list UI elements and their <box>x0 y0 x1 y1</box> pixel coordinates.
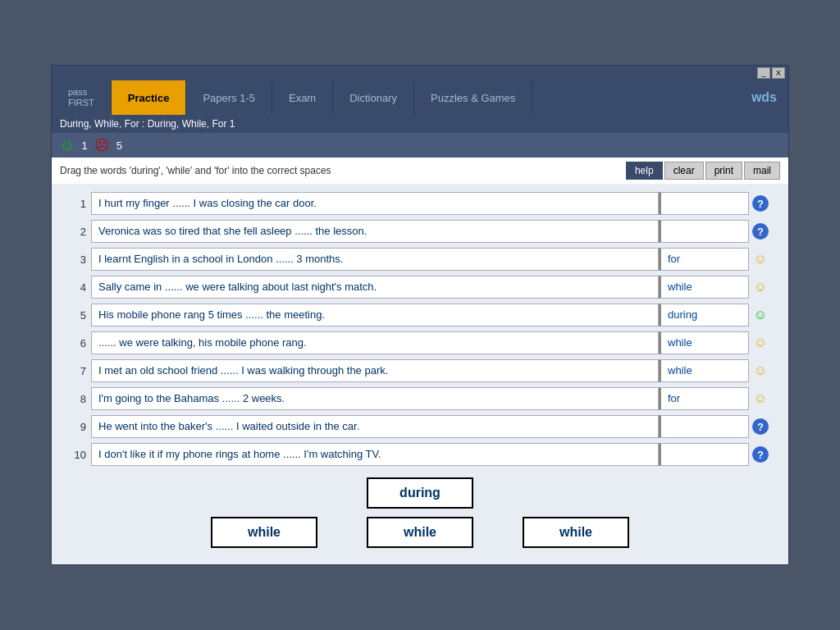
status-icon: ☺ <box>749 280 772 294</box>
score-bar: ☺ 1 ☹ 5 <box>52 133 788 158</box>
minimize-button[interactable]: _ <box>757 67 770 79</box>
sentence-text: Sally came in ...... we were talking abo… <box>91 276 659 299</box>
logo: wds <box>740 80 788 115</box>
drop-zone[interactable]: while <box>659 276 749 299</box>
status-icon: ☺ <box>749 308 772 322</box>
drop-zone[interactable]: for <box>659 248 749 271</box>
exercise-area: 1I hurt my finger ...... I was closing t… <box>52 184 788 564</box>
sentence-text: Veronica was so tired that she fell asle… <box>91 220 659 243</box>
nav-puzzles[interactable]: Puzzles & Games <box>414 80 532 115</box>
mail-button[interactable]: mail <box>744 162 780 180</box>
status-icon: ? <box>749 446 772 463</box>
row-number: 10 <box>68 449 91 461</box>
correct-score: 1 <box>81 139 87 152</box>
drag-word-while-2[interactable]: while <box>367 517 473 548</box>
drop-zone[interactable] <box>659 192 749 215</box>
drop-zone[interactable] <box>659 220 749 243</box>
row-number: 2 <box>68 226 91 238</box>
action-buttons: help clear print mail <box>626 162 780 180</box>
status-icon: ? <box>749 223 772 240</box>
table-row: 9He went into the baker's ...... I waite… <box>68 415 772 438</box>
row-number: 9 <box>68 421 91 433</box>
table-row: 7I met an old school friend ...... I was… <box>68 359 772 382</box>
main-window: _ X pass FIRST Practice Papers 1-5 Exam … <box>51 65 789 565</box>
incorrect-score: 5 <box>116 139 122 152</box>
table-row: 4Sally came in ...... we were talking ab… <box>68 276 772 299</box>
sentence-text: I learnt English in a school in London .… <box>91 248 659 271</box>
table-row: 10I don't like it if my phone rings at h… <box>68 443 772 466</box>
nav-papers[interactable]: Papers 1-5 <box>186 80 272 115</box>
drop-zone[interactable]: while <box>659 331 749 354</box>
sentence-text: ...... we were talking, his mobile phone… <box>91 331 659 354</box>
table-row: 1I hurt my finger ...... I was closing t… <box>68 192 772 215</box>
status-icon: ☺ <box>749 363 772 378</box>
exercise-rows: 1I hurt my finger ...... I was closing t… <box>68 192 772 466</box>
status-icon: ☺ <box>749 336 772 350</box>
instruction-text: Drag the words 'during', 'while' and 'fo… <box>60 165 626 176</box>
table-row: 2Veronica was so tired that she fell asl… <box>68 220 772 243</box>
correct-icon: ☺ <box>60 137 75 154</box>
nav-exam[interactable]: Exam <box>272 80 333 115</box>
table-row: 8I'm going to the Bahamas ...... 2 weeks… <box>68 387 772 410</box>
status-icon: ☺ <box>749 391 772 406</box>
table-row: 3I learnt English in a school in London … <box>68 248 772 271</box>
instruction-bar: Drag the words 'during', 'while' and 'fo… <box>52 158 788 184</box>
row-number: 7 <box>68 365 91 377</box>
drag-top-row: during <box>68 477 772 509</box>
title-bar: _ X <box>52 66 788 80</box>
breadcrumb-bar: During, While, For : During, While, For … <box>52 115 788 133</box>
status-icon: ? <box>749 195 772 212</box>
nav-practice[interactable]: Practice <box>112 80 187 115</box>
drag-word-while-1[interactable]: while <box>211 517 317 548</box>
drop-zone[interactable] <box>659 415 749 438</box>
print-button[interactable]: print <box>705 162 742 180</box>
drop-zone[interactable]: during <box>659 304 749 326</box>
row-number: 3 <box>68 253 91 266</box>
sentence-text: He went into the baker's ...... I waited… <box>91 415 659 438</box>
row-number: 8 <box>68 393 91 405</box>
nav-pass-first[interactable]: pass FIRST <box>52 80 112 115</box>
clear-button[interactable]: clear <box>664 162 704 180</box>
sentence-text: I hurt my finger ...... I was closing th… <box>91 192 659 215</box>
sentence-text: I'm going to the Bahamas ...... 2 weeks. <box>91 387 659 410</box>
drag-word-during[interactable]: during <box>367 477 473 509</box>
status-icon: ? <box>749 418 772 435</box>
drag-word-while-3[interactable]: while <box>523 517 629 548</box>
close-button[interactable]: X <box>772 67 785 79</box>
nav-dictionary[interactable]: Dictionary <box>333 80 414 115</box>
row-number: 6 <box>68 337 91 349</box>
table-row: 6...... we were talking, his mobile phon… <box>68 331 772 354</box>
drop-zone[interactable]: for <box>659 387 749 410</box>
sentence-text: I don't like it if my phone rings at hom… <box>91 443 659 466</box>
status-icon: ☺ <box>749 252 772 267</box>
help-button[interactable]: help <box>626 162 663 180</box>
incorrect-icon: ☹ <box>94 136 110 154</box>
row-number: 5 <box>68 309 91 322</box>
drop-zone[interactable] <box>659 443 749 466</box>
row-number: 1 <box>68 198 91 210</box>
row-number: 4 <box>68 281 91 294</box>
table-row: 5His mobile phone rang 5 times ...... th… <box>68 304 772 326</box>
nav-bar: pass FIRST Practice Papers 1-5 Exam Dict… <box>52 80 788 115</box>
drag-words-area: during while while while <box>68 477 772 548</box>
drag-bottom-row: while while while <box>68 517 772 548</box>
breadcrumb-text: During, While, For : During, While, For … <box>60 118 235 130</box>
drop-zone[interactable]: while <box>659 359 749 382</box>
sentence-text: I met an old school friend ...... I was … <box>91 359 659 382</box>
sentence-text: His mobile phone rang 5 times ...... the… <box>91 304 659 326</box>
